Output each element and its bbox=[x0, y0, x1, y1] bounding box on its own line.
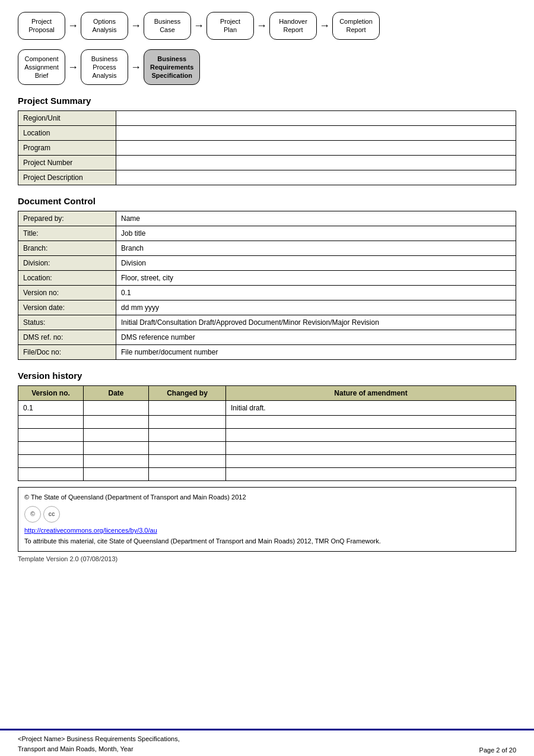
cc-icons-row: © cc bbox=[24, 505, 510, 524]
table-row: 0.1 Initial draft. bbox=[18, 401, 516, 416]
label-division: Division: bbox=[18, 256, 116, 271]
page-footer-left: <Project Name> Business Requirements Spe… bbox=[18, 734, 180, 754]
version-val-5 bbox=[18, 455, 84, 468]
label-project-description: Project Description bbox=[18, 170, 116, 185]
flow-box-business-process: BusinessProcessAnalysis bbox=[81, 49, 128, 86]
label-file-doc: File/Doc no: bbox=[18, 345, 116, 360]
amendment-val-5 bbox=[226, 455, 516, 468]
table-row bbox=[18, 429, 516, 442]
version-history-table: Version no. Date Changed by Nature of am… bbox=[18, 385, 516, 481]
copyright-text: © The State of Queensland (Department of… bbox=[24, 492, 510, 503]
cc-circle-icon: © bbox=[24, 506, 41, 523]
page-number: Page 2 of 20 bbox=[479, 746, 516, 754]
value-title: Job title bbox=[116, 226, 516, 241]
changed-by-val-4 bbox=[149, 442, 226, 455]
value-location-dc: Floor, street, city bbox=[116, 271, 516, 286]
label-region-unit: Region/Unit bbox=[18, 111, 116, 126]
table-row bbox=[18, 416, 516, 429]
label-project-number: Project Number bbox=[18, 156, 116, 170]
changed-by-val-2 bbox=[149, 416, 226, 429]
table-row bbox=[18, 442, 516, 455]
table-row: Prepared by: Name bbox=[18, 211, 516, 226]
value-file-doc: File number/document number bbox=[116, 345, 516, 360]
label-location-dc: Location: bbox=[18, 271, 116, 286]
value-location bbox=[116, 126, 516, 141]
value-program bbox=[116, 141, 516, 156]
arrow-3: → bbox=[193, 20, 204, 32]
document-control-title: Document Control bbox=[18, 196, 516, 206]
page: ProjectProposal → OptionsAnalysis → Busi… bbox=[0, 0, 534, 756]
table-row bbox=[18, 455, 516, 468]
amendment-val-1: Initial draft. bbox=[226, 401, 516, 416]
table-row: Project Number bbox=[18, 156, 516, 170]
table-row: Location bbox=[18, 126, 516, 141]
table-row: Division: Division bbox=[18, 256, 516, 271]
label-title: Title: bbox=[18, 226, 116, 241]
table-row: Title: Job title bbox=[18, 226, 516, 241]
value-region-unit bbox=[116, 111, 516, 126]
cc-cc-icon: cc bbox=[43, 506, 60, 523]
value-version-date: dd mm yyyy bbox=[116, 300, 516, 315]
cc-link-anchor[interactable]: http://creativecommons.org/licences/by/3… bbox=[24, 527, 157, 534]
footer-box: © The State of Queensland (Department of… bbox=[18, 487, 516, 552]
document-control-table: Prepared by: Name Title: Job title Branc… bbox=[18, 211, 516, 360]
amendment-val-2 bbox=[226, 416, 516, 429]
flow-box-business-case: BusinessCase bbox=[144, 12, 191, 40]
table-row: Status: Initial Draft/Consultation Draft… bbox=[18, 315, 516, 330]
arrow-2: → bbox=[131, 20, 141, 32]
flow-box-project-proposal: ProjectProposal bbox=[18, 12, 65, 40]
label-program: Program bbox=[18, 141, 116, 156]
flow-box-business-requirements: BusinessRequirementsSpecification bbox=[144, 49, 200, 86]
col-amendment: Nature of amendment bbox=[226, 386, 516, 401]
flow-box-completion-report: CompletionReport bbox=[332, 12, 380, 40]
table-row: Version no: 0.1 bbox=[18, 286, 516, 300]
version-val-4 bbox=[18, 442, 84, 455]
col-date: Date bbox=[84, 386, 149, 401]
version-history-title: Version history bbox=[18, 371, 516, 381]
arrow-5: → bbox=[319, 20, 330, 32]
version-val-2 bbox=[18, 416, 84, 429]
doc-name-line2: Transport and Main Roads, Month, Year bbox=[18, 744, 180, 754]
project-summary-title: Project Summary bbox=[18, 96, 516, 106]
table-row: Version date: dd mm yyyy bbox=[18, 300, 516, 315]
table-row: Branch: Branch bbox=[18, 241, 516, 256]
label-version-date: Version date: bbox=[18, 300, 116, 315]
table-row: Program bbox=[18, 141, 516, 156]
value-project-number bbox=[116, 156, 516, 170]
amendment-val-4 bbox=[226, 442, 516, 455]
template-version: Template Version 2.0 (07/08/2013) bbox=[18, 555, 516, 562]
table-row: Location: Floor, street, city bbox=[18, 271, 516, 286]
table-row: Region/Unit bbox=[18, 111, 516, 126]
label-version-no: Version no: bbox=[18, 286, 116, 300]
arrow-7: → bbox=[131, 61, 141, 74]
col-version-no: Version no. bbox=[18, 386, 84, 401]
changed-by-val-1 bbox=[149, 401, 226, 416]
version-header-row: Version no. Date Changed by Nature of am… bbox=[18, 386, 516, 401]
flow-box-project-plan: ProjectPlan bbox=[206, 12, 254, 40]
flow-box-options-analysis: OptionsAnalysis bbox=[81, 12, 128, 40]
date-val-3 bbox=[84, 429, 149, 442]
date-val-4 bbox=[84, 442, 149, 455]
version-val-6 bbox=[18, 468, 84, 481]
value-prepared-by: Name bbox=[116, 211, 516, 226]
version-val-3 bbox=[18, 429, 84, 442]
label-prepared-by: Prepared by: bbox=[18, 211, 116, 226]
attribution-text: To attribute this material, cite State o… bbox=[24, 536, 510, 547]
spacer bbox=[18, 562, 516, 586]
value-dms-ref: DMS reference number bbox=[116, 330, 516, 345]
changed-by-val-3 bbox=[149, 429, 226, 442]
project-summary-table: Region/Unit Location Program Project Num… bbox=[18, 110, 516, 185]
date-val-6 bbox=[84, 468, 149, 481]
value-status: Initial Draft/Consultation Draft/Approve… bbox=[116, 315, 516, 330]
table-row bbox=[18, 468, 516, 481]
amendment-val-6 bbox=[226, 468, 516, 481]
value-branch: Branch bbox=[116, 241, 516, 256]
changed-by-val-6 bbox=[149, 468, 226, 481]
cc-link[interactable]: http://creativecommons.org/licences/by/3… bbox=[24, 526, 510, 536]
date-val-2 bbox=[84, 416, 149, 429]
flow-box-component-assignment: ComponentAssignmentBrief bbox=[18, 49, 65, 86]
table-row: Project Description bbox=[18, 170, 516, 185]
label-status: Status: bbox=[18, 315, 116, 330]
table-row: DMS ref. no: DMS reference number bbox=[18, 330, 516, 345]
flow-row-2: ComponentAssignmentBrief → BusinessProce… bbox=[18, 49, 516, 86]
